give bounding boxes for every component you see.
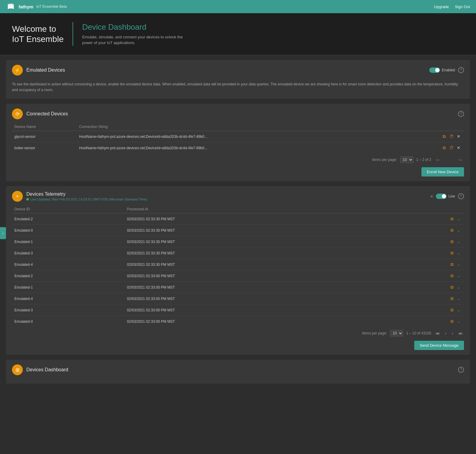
copy-telemetry-btn[interactable]: ⧉ bbox=[449, 216, 455, 222]
copy-connection-btn[interactable]: ⧉ bbox=[442, 133, 447, 140]
last-updated: Last Updated: Wed Feb 03 2021 14:33:51 G… bbox=[30, 197, 147, 201]
expand-telemetry-btn[interactable]: ⌄ bbox=[456, 227, 462, 233]
first-page-btn[interactable]: ⏮ bbox=[434, 157, 441, 163]
items-per-page-label: Items per page: bbox=[372, 158, 397, 162]
copy-telemetry-btn[interactable]: ⧉ bbox=[449, 250, 455, 256]
enroll-new-device-button[interactable]: Enroll New Device bbox=[421, 167, 464, 177]
live-toggle[interactable] bbox=[436, 194, 447, 199]
navbar: fathym IoT Ensemble Beta Upgrade Sign Ou… bbox=[0, 0, 476, 13]
connected-devices-card: ⟳ Connected Devices ? Device Name Connec… bbox=[6, 104, 470, 181]
live-toggle-wrapper: Live bbox=[436, 194, 455, 199]
telemetry-processed-at-cell: 02/03/2021 02:33:30 PM MST bbox=[124, 259, 380, 270]
grid-icon: ⊞ bbox=[16, 367, 19, 373]
welcome-line1: Welcome to bbox=[12, 24, 64, 34]
delete-device-btn[interactable]: ✕ bbox=[456, 145, 462, 151]
telemetry-items-per-page-label: Items per page: bbox=[362, 331, 387, 335]
telemetry-page-info: 1 – 10 of 43165 bbox=[406, 331, 431, 335]
telemetry-per-page-select[interactable]: 10 25 50 bbox=[390, 330, 403, 337]
dashboard-title: Device Dashboard bbox=[82, 22, 184, 32]
connected-devices-table-body: glycol-sensor HostName=fathym-prd.azure-… bbox=[12, 131, 464, 154]
telemetry-device-id-cell: Emulated-1 bbox=[12, 282, 124, 293]
signout-link[interactable]: Sign Out bbox=[455, 4, 470, 9]
send-device-message-button[interactable]: Send Device Message bbox=[414, 341, 464, 350]
emulated-devices-card: ⚡ Emulated Devices Enabled ? To see the … bbox=[6, 60, 470, 99]
connected-devices-table-header-row: Device Name Connection String bbox=[12, 123, 464, 131]
telemetry-table-header-row: Device ID Processed At bbox=[12, 205, 464, 213]
connection-string-cell: HostName=fathym-prd.azure-devices.net;De… bbox=[77, 142, 403, 154]
col-device-name: Device Name bbox=[12, 123, 77, 131]
prev-page-btn[interactable]: ‹ bbox=[444, 157, 448, 163]
copy-telemetry-btn[interactable]: ⧉ bbox=[449, 318, 455, 325]
table-row: Emulated-2 02/03/2021 02:33:00 PM MST ⧉ … bbox=[12, 270, 464, 282]
tel-prev-page-btn[interactable]: ‹ bbox=[444, 330, 448, 336]
emulated-devices-title: Emulated Devices bbox=[26, 67, 65, 73]
expand-telemetry-btn[interactable]: ⌄ bbox=[456, 273, 462, 279]
table-row: Emulated-4 02/03/2021 02:33:00 PM MST ⧉ … bbox=[12, 293, 464, 304]
telemetry-device-id-cell: Emulated-4 bbox=[12, 259, 124, 270]
emulated-toggle[interactable] bbox=[429, 67, 440, 73]
expand-telemetry-btn[interactable]: ⌄ bbox=[456, 239, 462, 245]
telemetry-table: Device ID Processed At Emulated-2 02/03/… bbox=[12, 205, 464, 327]
telemetry-processed-at-cell: 02/03/2021 02:33:00 PM MST bbox=[124, 270, 380, 282]
delete-device-btn[interactable]: ✕ bbox=[456, 133, 462, 139]
last-page-btn[interactable]: ⏭ bbox=[457, 157, 464, 163]
dashboard-desc: Emulate, simulate, and connect your devi… bbox=[82, 34, 184, 46]
telemetry-help-icon[interactable]: ? bbox=[458, 193, 464, 199]
copy-telemetry-btn[interactable]: ⧉ bbox=[449, 227, 455, 233]
emulated-devices-header-left: ⚡ Emulated Devices bbox=[12, 65, 65, 76]
toggle-knob bbox=[435, 68, 439, 72]
devices-telemetry-icon: + bbox=[12, 191, 23, 202]
connected-devices-per-page-select[interactable]: 10 25 50 bbox=[400, 156, 413, 163]
connected-help-icon[interactable]: ? bbox=[458, 111, 464, 117]
tel-next-page-btn[interactable]: › bbox=[451, 330, 454, 336]
expand-telemetry-btn[interactable]: ⌄ bbox=[456, 295, 462, 301]
copy-telemetry-btn[interactable]: ⧉ bbox=[449, 261, 455, 268]
expand-telemetry-btn[interactable]: ⌄ bbox=[456, 216, 462, 222]
upgrade-link[interactable]: Upgrade bbox=[434, 4, 449, 9]
copy-telemetry-btn[interactable]: ⧉ bbox=[449, 284, 455, 290]
emulated-devices-desc: To see the dashboard in action without c… bbox=[12, 79, 464, 94]
chevron-right-icon: › bbox=[2, 231, 4, 235]
expand-telemetry-btn[interactable]: ⌄ bbox=[456, 307, 462, 313]
expand-telemetry-btn[interactable]: ⌄ bbox=[456, 250, 462, 256]
clock-btn[interactable]: ⏱ bbox=[448, 145, 455, 151]
copy-connection-btn[interactable]: ⧉ bbox=[442, 145, 447, 151]
menu-icon[interactable]: ≡ bbox=[430, 194, 433, 199]
telemetry-actions-cell: ⧉ ⌄ bbox=[381, 236, 464, 248]
copy-telemetry-btn[interactable]: ⧉ bbox=[449, 239, 455, 245]
devices-dashboard-icon: ⊞ bbox=[12, 364, 23, 375]
connected-devices-header: ⟳ Connected Devices ? bbox=[12, 108, 464, 119]
copy-telemetry-btn[interactable]: ⧉ bbox=[449, 307, 455, 313]
telemetry-device-id-cell: Emulated-4 bbox=[12, 293, 124, 304]
telemetry-device-id-cell: Emulated-3 bbox=[12, 248, 124, 259]
copy-telemetry-btn[interactable]: ⧉ bbox=[449, 295, 455, 302]
copy-telemetry-btn[interactable]: ⧉ bbox=[449, 273, 455, 279]
table-row: Emulated-1 02/03/2021 02:33:00 PM MST ⧉ … bbox=[12, 282, 464, 293]
devices-telemetry-header: + Devices Telemetry Last Updated: Wed Fe… bbox=[12, 191, 464, 202]
telemetry-processed-at-cell: 02/03/2021 02:33:00 PM MST bbox=[124, 304, 380, 316]
expand-telemetry-btn[interactable]: ⌄ bbox=[456, 318, 462, 324]
connection-string-cell: HostName=fathym-prd.azure-devices.net;De… bbox=[77, 131, 403, 142]
tel-first-page-btn[interactable]: ⏮ bbox=[434, 330, 441, 336]
emulated-devices-icon: ⚡ bbox=[12, 65, 23, 76]
table-row: Emulated-0 02/03/2021 02:33:00 PM MST ⧉ … bbox=[12, 316, 464, 327]
dashboard-help-icon[interactable]: ? bbox=[458, 367, 464, 373]
emulated-help-icon[interactable]: ? bbox=[458, 67, 464, 73]
device-name-cell: boiler-sensor bbox=[12, 142, 77, 154]
table-row: glycol-sensor HostName=fathym-prd.azure-… bbox=[12, 131, 464, 142]
tel-last-page-btn[interactable]: ⏭ bbox=[457, 330, 464, 336]
expand-telemetry-btn[interactable]: ⌄ bbox=[456, 284, 462, 290]
telemetry-processed-at-cell: 02/03/2021 02:33:00 PM MST bbox=[124, 316, 380, 327]
sidebar-toggle[interactable]: › bbox=[0, 227, 6, 239]
header: Welcome to IoT Ensemble Device Dashboard… bbox=[0, 13, 476, 55]
clock-btn[interactable]: ⏱ bbox=[448, 133, 455, 139]
bolt-icon: ⚡ bbox=[14, 67, 20, 73]
emulated-devices-header: ⚡ Emulated Devices Enabled ? bbox=[12, 65, 464, 76]
connected-devices-table: Device Name Connection String glycol-sen… bbox=[12, 123, 464, 153]
telemetry-device-id-cell: Emulated-0 bbox=[12, 316, 124, 327]
expand-telemetry-btn[interactable]: ⌄ bbox=[456, 261, 462, 267]
telemetry-processed-at-cell: 02/03/2021 02:33:30 PM MST bbox=[124, 236, 380, 248]
device-actions-cell: ⧉ ⏱ ✕ bbox=[403, 131, 464, 142]
connected-devices-header-left: ⟳ Connected Devices bbox=[12, 108, 68, 119]
next-page-btn[interactable]: › bbox=[451, 157, 454, 163]
